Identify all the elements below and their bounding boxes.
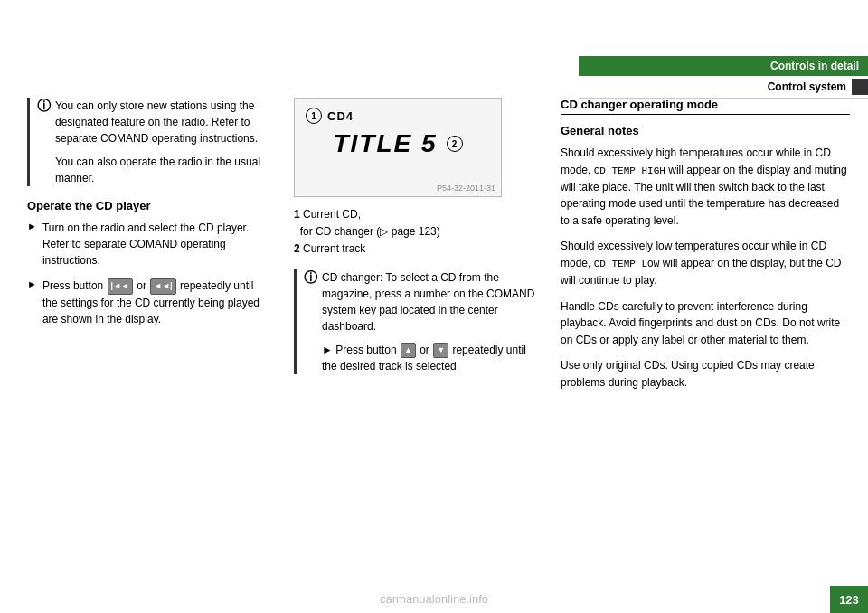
- main-content: ⓘ You can only store new stations using …: [0, 98, 868, 577]
- right-para-2: Should excessively low temperatures occu…: [561, 238, 850, 288]
- button-prev[interactable]: |◄◄: [108, 278, 133, 295]
- general-notes-heading: General notes: [561, 124, 850, 137]
- press-row-text: ► Press button ▲ or ▼ repeatedly until t…: [322, 342, 538, 375]
- control-system-block-icon: [852, 79, 868, 95]
- bullet-arrow-1: ►: [27, 221, 37, 231]
- press-row: ► Press button ▲ or ▼ repeatedly until t…: [322, 342, 538, 375]
- cd-captions: 1 Current CD, for CD changer (▷ page 123…: [294, 206, 538, 259]
- right-para-1: Should excessively high temperatures occ…: [561, 145, 850, 229]
- cd-circle-2: 2: [447, 136, 463, 152]
- cd-display-inner: 1 CD4 TITLE 5 2: [295, 99, 501, 167]
- bullet-item-2: ► Press button |◄◄ or ◄◄| repeatedly unt…: [27, 278, 262, 327]
- info-para2: You can also operate the radio in the us…: [55, 154, 262, 186]
- bullet-text-2: Press button |◄◄ or ◄◄| repeatedly until…: [42, 278, 262, 327]
- info-icon-left: ⓘ: [37, 98, 50, 186]
- bullet-text-1: Turn on the radio and select the CD play…: [42, 220, 262, 269]
- cd-display-top: 1 CD4: [306, 108, 490, 124]
- mid-info-span: CD changer: To select a CD from the maga…: [322, 271, 534, 333]
- watermark: carmanualonline.info: [380, 592, 488, 606]
- caption-num-2: 2: [294, 242, 300, 255]
- info-para1: You can only store new stations using th…: [55, 98, 262, 146]
- right-para-4: Use only original CDs. Using copied CDs …: [561, 357, 850, 391]
- button-up[interactable]: ▲: [401, 343, 416, 359]
- cd-changer-heading: CD changer operating mode: [561, 98, 850, 115]
- caption-num-1: 1: [294, 208, 300, 221]
- bullet-item-1: ► Turn on the radio and select the CD pl…: [27, 220, 262, 269]
- button-next[interactable]: ◄◄|: [150, 278, 175, 295]
- code-cd-temp-high: CD TEMP HIGH: [594, 165, 665, 176]
- left-column: ⓘ You can only store new stations using …: [0, 98, 280, 577]
- bullet-arrow-2: ►: [27, 278, 37, 289]
- right-para-3: Handle CDs carefully to prevent interfer…: [561, 298, 850, 349]
- control-system-row: Control system: [579, 76, 868, 99]
- right-column: CD changer operating mode General notes …: [552, 98, 868, 577]
- cd-photo-ref: P54-32-2011-31: [437, 184, 495, 193]
- code-cd-temp-low: CD TEMP LOW: [594, 259, 660, 269]
- middle-column: 1 CD4 TITLE 5 2 P54-32-2011-31 1 Current…: [280, 98, 552, 577]
- info-box-left: ⓘ You can only store new stations using …: [27, 98, 262, 186]
- cd-label: CD4: [327, 109, 354, 123]
- page-number: 123: [830, 586, 868, 613]
- controls-in-detail-label: Controls in detail: [579, 56, 868, 76]
- info-text-left: You can only store new stations using th…: [55, 98, 262, 186]
- operate-heading: Operate the CD player: [27, 199, 262, 212]
- header-bar: Controls in detail Control system: [579, 56, 868, 99]
- cd-title-area: TITLE 5 2: [306, 129, 490, 158]
- cd-title: TITLE 5: [333, 129, 437, 158]
- info-box-mid: ⓘ CD changer: To select a CD from the ma…: [294, 269, 538, 375]
- mid-info-text: CD changer: To select a CD from the maga…: [322, 269, 538, 375]
- control-system-label: Control system: [768, 80, 846, 93]
- button-down[interactable]: ▼: [433, 343, 448, 359]
- cd-display: 1 CD4 TITLE 5 2 P54-32-2011-31: [294, 98, 502, 197]
- cd-circle-1: 1: [306, 108, 322, 124]
- info-icon-mid: ⓘ: [304, 269, 316, 375]
